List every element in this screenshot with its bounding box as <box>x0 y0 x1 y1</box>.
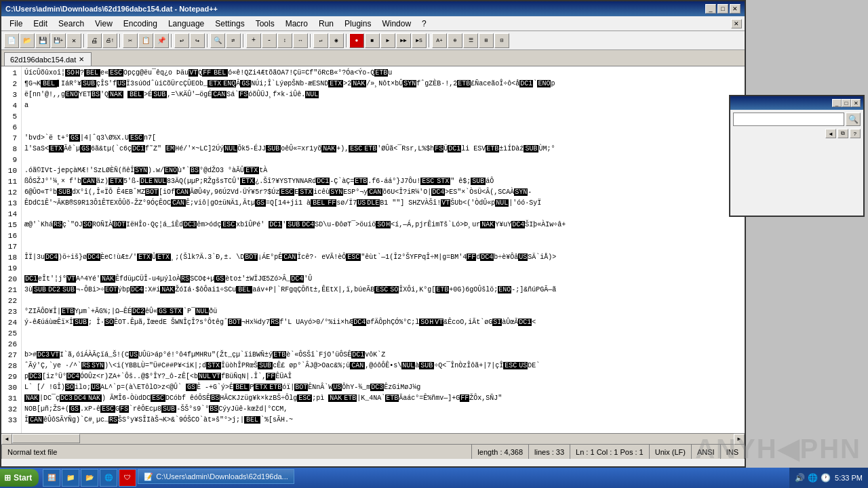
taskbar-icon-5[interactable]: 🛡 <box>119 469 136 487</box>
toolbar-btn-e[interactable]: ⊟ <box>494 33 509 48</box>
taskbar-icon-3[interactable]: 📂 <box>81 469 98 487</box>
line-num-26: 26 <box>5 339 17 350</box>
toolbar-open[interactable]: 📂 <box>20 33 35 48</box>
menu-encoding[interactable]: Encoding <box>118 18 163 30</box>
menu-language[interactable]: Language <box>163 18 210 30</box>
toolbar-find[interactable]: 🔍 <box>210 33 225 48</box>
start-button[interactable]: ⊞ Start <box>0 469 39 487</box>
code-line-15: æ@'`KháRSç`"OJSOROÑIÀBOTIëHÎo·Qç¦á_îÊdDC… <box>24 220 742 230</box>
status-encoding: ANSI <box>692 445 721 459</box>
line-num-14: 14 <box>5 209 17 220</box>
code-line-6 <box>24 122 742 133</box>
toolbar-print-now[interactable]: 🖨! <box>102 33 117 48</box>
toolbar-sync-h[interactable]: ↔ <box>293 33 308 48</box>
toolbar-copy[interactable]: 📋 <box>138 33 153 48</box>
toolbar-macro-rec[interactable]: ● <box>349 33 364 48</box>
minimize-button[interactable]: _ <box>705 4 716 14</box>
small-maximize[interactable]: □ <box>842 99 851 107</box>
scroll-track[interactable] <box>12 434 734 444</box>
horizontal-scrollbar[interactable]: ◀ ▶ <box>1 433 745 444</box>
line-num-15: 15 <box>5 220 17 230</box>
toolbar-paste[interactable]: 📌 <box>154 33 169 48</box>
status-length: length : 4,368 <box>472 445 529 459</box>
toolbar-macro-run[interactable]: ▶▶ <box>396 33 411 48</box>
small-window: _ □ ✕ 🔍 ◀ ⧉ ? <box>729 95 865 217</box>
taskbar-icon-1[interactable]: 🪟 <box>43 469 60 487</box>
code-line-29: pDC3[iz°Ü°DC4ÓOÛz<r)ZA+`Ôš..@$°ÎY?_ô-zÊ[… <box>24 371 742 382</box>
small-search-input[interactable] <box>733 113 844 126</box>
line-num-9: 9 <box>5 155 17 165</box>
menu-help[interactable]: ? <box>416 18 432 30</box>
line-num-17: 17 <box>5 241 17 252</box>
toolbar-btn-b[interactable]: ⊕ <box>448 33 462 48</box>
toolbar-undo[interactable]: ↩ <box>174 33 189 48</box>
close-button[interactable]: ✕ <box>730 4 741 14</box>
small-close[interactable]: ✕ <box>851 99 861 107</box>
menu-edit[interactable]: Edit <box>28 18 53 30</box>
separator-4 <box>207 34 208 47</box>
small-minimize[interactable]: _ <box>832 99 842 107</box>
tab-close-button[interactable]: ✕ <box>79 56 84 63</box>
code-line-7: 'bvd>`ë t+°GS|4|ˆq3\Ø%X.UESCn7[ <box>24 133 742 144</box>
toolbar-new[interactable]: 📄 <box>4 33 19 48</box>
tray-icons: 🔊 🌐 🕐 <box>795 473 831 483</box>
menu-macro[interactable]: Macro <box>280 18 313 30</box>
taskbar-active-window[interactable]: 📝 C:\Users\admin\Downloads\62d196da... <box>138 469 294 484</box>
toolbar-redo[interactable]: ↪ <box>190 33 205 48</box>
menu-run[interactable]: Run <box>313 18 339 30</box>
scroll-thumb[interactable] <box>12 434 80 443</box>
toolbar-focus[interactable]: ◉ <box>329 33 344 48</box>
menu-window[interactable]: Window <box>376 18 416 30</box>
small-back[interactable]: ◀ <box>825 129 836 138</box>
small-copy-view[interactable]: ⧉ <box>837 129 848 138</box>
toolbar-btn-c[interactable]: ☰ <box>463 33 478 48</box>
toolbar-btn-a[interactable]: A+ <box>432 33 447 48</box>
line-num-10: 10 <box>5 165 17 176</box>
scroll-left[interactable]: ◀ <box>1 434 12 445</box>
toolbar-close[interactable]: ✕ <box>66 33 81 48</box>
toolbar-macro-save[interactable]: ▶S <box>412 33 427 48</box>
separator-3 <box>171 34 172 47</box>
line-num-29: 29 <box>5 371 17 382</box>
maximize-button[interactable]: □ <box>717 4 728 14</box>
toolbar-save-all[interactable]: 💾+ <box>51 33 66 48</box>
toolbar-save[interactable]: 💾 <box>35 33 50 48</box>
line-num-20: 20 <box>5 274 17 285</box>
tray-network[interactable]: 🌐 <box>808 473 818 483</box>
code-line-4: a <box>24 100 742 111</box>
content-area[interactable]: 1 2 3 4 5 6 7 8 9 10 11 12 13 14 15 16 1… <box>1 66 745 433</box>
small-help[interactable]: ? <box>850 129 861 138</box>
menu-bar: File Edit Search View Encoding Language … <box>1 16 745 31</box>
menu-settings[interactable]: Settings <box>210 18 250 30</box>
toolbar-wrap[interactable]: ↵ <box>313 33 328 48</box>
menu-plugins[interactable]: Plugins <box>339 18 376 30</box>
menu-view[interactable]: View <box>90 18 118 30</box>
toolbar-sync-scroll[interactable]: ↕ <box>277 33 292 48</box>
toolbar-macro-stop[interactable]: ■ <box>365 33 380 48</box>
tray-clock[interactable]: 🕐 <box>821 473 831 483</box>
toolbar-cut[interactable]: ✂ <box>123 33 138 48</box>
taskbar-icon-2[interactable]: 📁 <box>62 469 79 487</box>
tab-file[interactable]: 62d196dabc154.dat ✕ <box>4 52 92 66</box>
status-cursor: Ln : 1 Col : 1 Pos : 1 <box>570 445 650 459</box>
taskbar-icon-4[interactable]: 🌐 <box>100 469 117 487</box>
code-line-18: ÎÏ|3uDC4)ö÷iš}øDC4ÈeC!ùÆ±/'ETXÛETX¸;(Šlk… <box>24 252 742 263</box>
toolbar-print[interactable]: 🖨 <box>87 33 102 48</box>
toolbar-zoom-out[interactable]: - <box>262 33 277 48</box>
small-toolbar: ◀ ⧉ ? <box>733 129 861 138</box>
toolbar-macro-play[interactable]: ▶ <box>380 33 395 48</box>
menu-close-button[interactable]: ✕ <box>731 19 742 28</box>
line-num-3: 3 <box>5 89 17 100</box>
toolbar-zoom-in[interactable]: + <box>246 33 261 48</box>
code-line-16 <box>24 230 742 241</box>
menu-search[interactable]: Search <box>53 18 90 30</box>
small-search-button[interactable]: 🔍 <box>846 113 861 126</box>
toolbar-btn-d[interactable]: ⊞ <box>479 33 494 48</box>
tray-volume[interactable]: 🔊 <box>795 473 805 483</box>
menu-file[interactable]: File <box>4 18 28 30</box>
menu-tools[interactable]: Tools <box>250 18 280 30</box>
toolbar-replace[interactable]: ⇄ <box>226 33 241 48</box>
code-line-10: .óã©IVt-jepçàMÆ!'SzLØÈÑ(ñêÎSYN).w/ENOù*`… <box>24 165 742 176</box>
editor-content[interactable]: ÚícÛõûxoî¦SOH?BELe«ESCOpçg@ëu¯êq¿o ÞäuVT… <box>22 66 745 433</box>
scroll-right[interactable]: ▶ <box>734 434 745 445</box>
